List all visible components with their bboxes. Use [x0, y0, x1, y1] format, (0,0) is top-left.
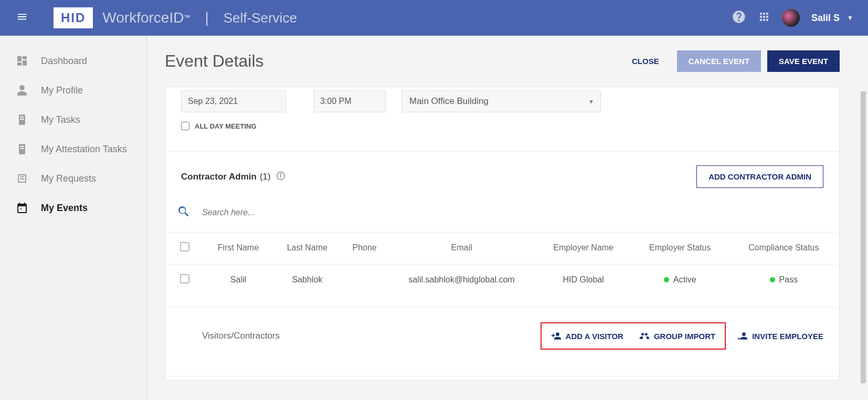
sidebar-item-label: My Profile — [41, 85, 83, 96]
select-all-checkbox[interactable] — [180, 242, 189, 251]
visitors-title: Visitors/Contractors — [181, 331, 280, 341]
event-location-value: Main Office Building — [409, 96, 489, 107]
updown-icon: ▾ — [589, 97, 593, 106]
sidebar-item-events[interactable]: My Events — [0, 193, 146, 223]
contractor-search-row — [165, 202, 839, 231]
app-name: Self-Service — [224, 10, 297, 26]
close-button[interactable]: CLOSE — [620, 50, 671, 72]
cell-employer-name: HID Global — [536, 264, 631, 295]
profile-icon — [16, 84, 28, 97]
col-phone: Phone — [342, 232, 387, 263]
svg-point-2 — [280, 173, 281, 174]
cell-employer-status: Active — [632, 264, 728, 295]
employer-status-text: Active — [673, 275, 696, 284]
cell-first-name: Salil — [204, 264, 272, 295]
event-date-field[interactable]: Sep 23, 2021 — [181, 90, 286, 112]
cancel-event-button[interactable]: CANCEL EVENT — [677, 50, 761, 72]
sidebar-item-requests[interactable]: My Requests — [0, 164, 146, 193]
all-day-label: ALL DAY MEETING — [195, 122, 257, 130]
app-header: HID WorkforceID™ | Self-Service Salil S … — [0, 0, 868, 36]
user-avatar[interactable] — [782, 9, 800, 27]
brand-workforce: WorkforceID — [102, 9, 184, 26]
event-details-card: Sep 23, 2021 3:00 PM Main Office Buildin… — [165, 87, 840, 381]
sidebar-item-dashboard[interactable]: Dashboard — [0, 46, 146, 76]
contractor-search-input[interactable] — [202, 208, 412, 217]
dashboard-icon — [16, 55, 28, 67]
brand-block: HID WorkforceID™ | Self-Service — [54, 7, 297, 28]
sidebar-item-label: Dashboard — [41, 56, 87, 67]
user-name-label[interactable]: Salil S — [811, 13, 840, 24]
requests-icon — [16, 172, 28, 185]
contractor-admin-count: (1) — [260, 172, 271, 182]
status-dot-icon — [664, 277, 669, 282]
col-email: Email — [388, 232, 535, 263]
col-first-name: First Name — [204, 232, 272, 263]
attestation-icon — [16, 143, 28, 155]
all-day-checkbox[interactable] — [181, 122, 189, 130]
help-icon[interactable] — [732, 9, 746, 26]
sidebar-item-label: My Tasks — [41, 114, 80, 125]
brand-separator: | — [205, 9, 208, 26]
sidebar-item-label: My Requests — [41, 173, 96, 184]
event-datetime-row: Sep 23, 2021 3:00 PM Main Office Buildin… — [165, 87, 839, 112]
main-content: Event Details CLOSE CANCEL EVENT SAVE EV… — [147, 36, 858, 400]
invite-employee-label: INVITE EMPLOYEE — [752, 332, 823, 341]
search-icon[interactable] — [177, 205, 190, 220]
col-last-name: Last Name — [273, 232, 341, 263]
add-contractor-admin-button[interactable]: ADD CONTRACTOR ADMIN — [696, 165, 823, 188]
sidebar-item-attestation[interactable]: My Attestation Tasks — [0, 134, 146, 164]
chevron-down-icon[interactable]: ▼ — [847, 14, 853, 22]
cell-email: salil.sabhlok@hidglobal.com — [388, 264, 535, 295]
sidebar-item-profile[interactable]: My Profile — [0, 76, 146, 105]
col-compliance-status: Compliance Status — [729, 232, 838, 263]
cell-compliance-status: Pass — [729, 264, 838, 295]
apps-icon[interactable] — [758, 10, 770, 25]
contractor-table: First Name Last Name Phone Email Employe… — [165, 231, 839, 296]
table-row[interactable]: Salil Sabhlok salil.sabhlok@hidglobal.co… — [166, 264, 838, 295]
cell-last-name: Sabhlok — [273, 264, 341, 295]
cell-phone — [342, 264, 387, 295]
table-header-row: First Name Last Name Phone Email Employe… — [166, 232, 838, 263]
contractor-admin-title: Contractor Admin — [181, 172, 257, 182]
event-date-value: Sep 23, 2021 — [188, 97, 238, 106]
menu-icon[interactable] — [15, 11, 29, 25]
contractor-admin-section: Contractor Admin (1) ADD CONTRACTOR ADMI… — [165, 152, 839, 202]
invite-employee-button[interactable]: INVITE EMPLOYEE — [737, 331, 823, 341]
group-import-label: GROUP IMPORT — [654, 332, 715, 341]
event-time-field[interactable]: 3:00 PM — [313, 90, 386, 112]
hid-logo: HID — [54, 7, 93, 28]
events-icon — [16, 202, 28, 214]
all-day-checkbox-row[interactable]: ALL DAY MEETING — [165, 112, 839, 151]
col-employer-name: Employer Name — [536, 232, 631, 263]
scrollbar[interactable] — [861, 91, 866, 383]
sidebar-item-label: My Attestation Tasks — [41, 144, 127, 155]
sidebar: Dashboard My Profile My Tasks My Attesta… — [0, 36, 147, 400]
event-location-select[interactable]: Main Office Building ▾ — [401, 90, 601, 112]
col-employer-status: Employer Status — [632, 232, 728, 263]
group-import-button[interactable]: GROUP IMPORT — [639, 331, 715, 341]
page-header: Event Details CLOSE CANCEL EVENT SAVE EV… — [165, 50, 840, 72]
sidebar-item-tasks[interactable]: My Tasks — [0, 105, 146, 134]
highlighted-actions: ADD A VISITOR GROUP IMPORT — [541, 322, 726, 350]
compliance-status-text: Pass — [779, 275, 798, 284]
tasks-icon — [16, 113, 28, 126]
add-visitor-button[interactable]: ADD A VISITOR — [551, 331, 623, 341]
status-dot-icon — [770, 277, 775, 282]
trademark-symbol: ™ — [184, 14, 190, 21]
save-event-button[interactable]: SAVE EVENT — [767, 50, 840, 72]
row-checkbox[interactable] — [180, 274, 189, 283]
sidebar-item-label: My Events — [41, 203, 88, 214]
visitors-section: Visitors/Contractors ADD A VISITOR GROUP… — [165, 307, 839, 364]
header-actions: Salil S ▼ — [732, 9, 853, 27]
info-icon[interactable] — [276, 171, 285, 183]
add-visitor-label: ADD A VISITOR — [566, 332, 623, 341]
event-time-value: 3:00 PM — [320, 97, 352, 106]
page-title: Event Details — [165, 51, 264, 71]
